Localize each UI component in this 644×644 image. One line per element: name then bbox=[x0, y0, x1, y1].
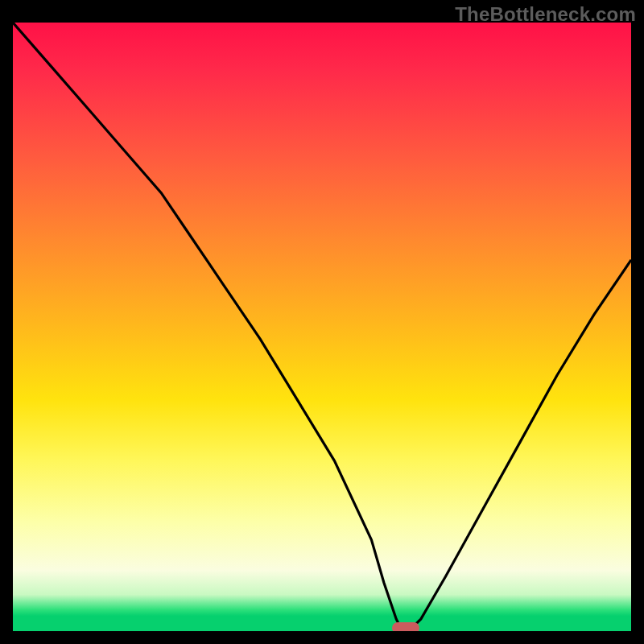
plot-area bbox=[13, 23, 631, 631]
watermark-text: TheBottleneck.com bbox=[455, 3, 636, 26]
chart-frame: TheBottleneck.com bbox=[0, 0, 644, 644]
bottleneck-curve bbox=[13, 23, 631, 631]
optimal-marker bbox=[392, 622, 419, 631]
curve-path bbox=[13, 23, 631, 631]
